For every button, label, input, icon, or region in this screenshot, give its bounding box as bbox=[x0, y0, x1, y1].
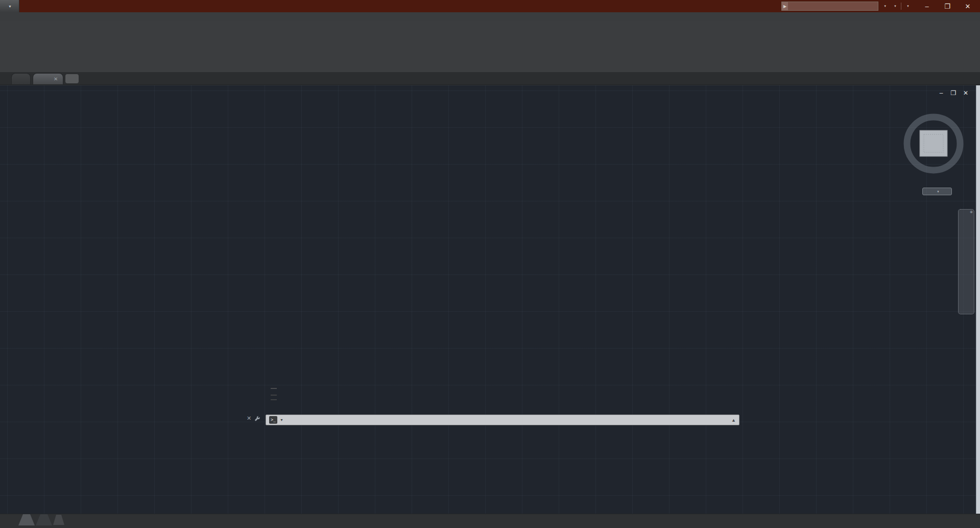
sign-in-button[interactable]: ▼ bbox=[881, 5, 887, 8]
new-drawing-tab-button[interactable] bbox=[65, 74, 79, 83]
restore-button[interactable]: ❐ bbox=[937, 0, 958, 12]
drawing-canvas[interactable]: – ❐ ✕ ▼ ⊗ ✕ >_ ▼ bbox=[0, 85, 980, 514]
command-input[interactable] bbox=[286, 416, 729, 424]
command-window-tools: ✕ bbox=[247, 415, 260, 422]
chevron-down-icon: ▼ bbox=[883, 5, 887, 8]
autodesk-app-store-button[interactable]: ▼ bbox=[893, 5, 897, 8]
help-search-box[interactable]: ▶ bbox=[781, 2, 878, 11]
viewcube[interactable] bbox=[900, 108, 969, 185]
window-title bbox=[28, 3, 781, 10]
command-history bbox=[271, 386, 277, 404]
model-tab[interactable] bbox=[18, 514, 35, 525]
file-tab-bar: ✕ bbox=[0, 72, 980, 85]
ribbon bbox=[0, 21, 980, 72]
application-menu-button[interactable]: ▼ bbox=[0, 0, 19, 12]
command-prompt-line bbox=[271, 399, 277, 400]
close-command-icon[interactable]: ✕ bbox=[247, 415, 251, 422]
new-layout-button[interactable] bbox=[53, 515, 64, 525]
command-line[interactable]: >_ ▼ ▲ bbox=[266, 415, 739, 425]
status-bar bbox=[0, 514, 980, 528]
command-prompt-line bbox=[271, 395, 277, 396]
layout1-tab[interactable] bbox=[36, 514, 52, 525]
wcs-dropdown[interactable]: ▼ bbox=[922, 188, 952, 195]
close-icon[interactable]: ⊗ bbox=[970, 210, 973, 214]
command-icon[interactable]: >_ bbox=[269, 416, 277, 424]
minimize-button[interactable]: – bbox=[917, 0, 937, 12]
drawing-close-icon[interactable]: ✕ bbox=[962, 89, 969, 97]
drawing-window-controls: – ❐ ✕ bbox=[938, 89, 969, 97]
file-tab-start[interactable] bbox=[11, 73, 31, 84]
customize-wrench-icon[interactable] bbox=[254, 416, 260, 422]
recent-commands-icon[interactable]: ▼ bbox=[280, 418, 283, 422]
trusted-dwg-message bbox=[271, 388, 277, 389]
drawing-restore-icon[interactable]: ❐ bbox=[950, 89, 957, 97]
title-bar: ▼ ▶ ▼ ▼ ▼ – ❐ ✕ bbox=[0, 0, 980, 12]
autocad-window: ▼ ▶ ▼ ▼ ▼ – ❐ ✕ bbox=[0, 0, 980, 528]
chevron-down-icon: ▼ bbox=[8, 5, 12, 8]
navigation-bar[interactable]: ⊗ bbox=[958, 209, 974, 314]
vertical-scrollbar[interactable] bbox=[976, 85, 980, 514]
expand-history-icon[interactable]: ▲ bbox=[731, 418, 736, 423]
close-button[interactable]: ✕ bbox=[958, 0, 978, 12]
file-tab-document[interactable]: ✕ bbox=[33, 73, 63, 84]
drawing-minimize-icon[interactable]: – bbox=[938, 89, 945, 97]
search-input[interactable] bbox=[788, 3, 878, 9]
search-go-icon[interactable]: ▶ bbox=[782, 2, 788, 10]
close-tab-icon[interactable]: ✕ bbox=[54, 76, 58, 82]
ribbon-tab-bar bbox=[0, 12, 980, 21]
help-button[interactable]: ▼ bbox=[905, 5, 910, 8]
model-space-drawing[interactable] bbox=[0, 85, 980, 514]
